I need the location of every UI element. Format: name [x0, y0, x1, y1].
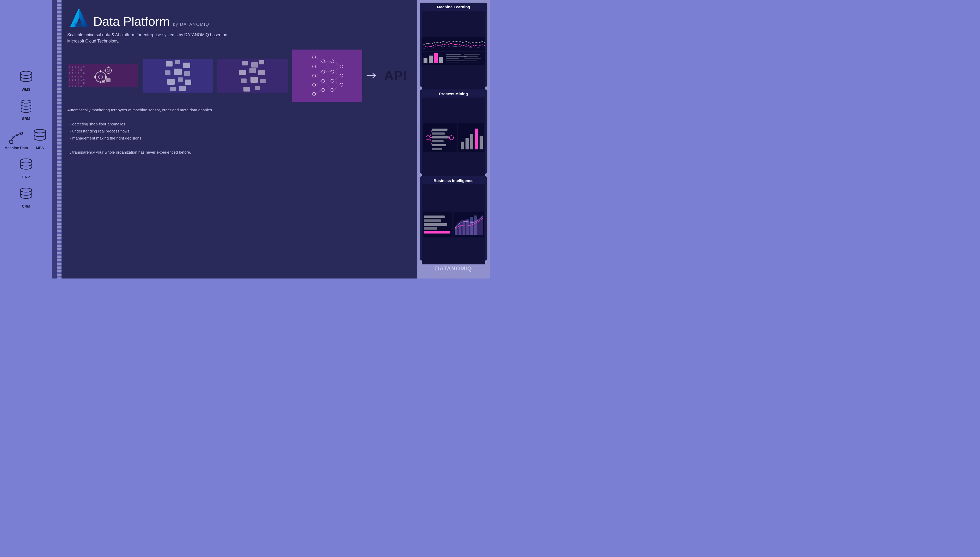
svg-rect-136	[464, 63, 479, 64]
svg-point-14	[24, 109, 25, 110]
svg-rect-126	[439, 57, 443, 64]
right-sidebar: Machine Learning	[417, 0, 490, 278]
svg-point-88	[312, 83, 315, 86]
svg-rect-75	[251, 62, 258, 68]
svg-rect-123	[424, 58, 427, 64]
svg-rect-142	[432, 137, 449, 138]
svg-rect-151	[465, 138, 469, 150]
svg-point-41	[28, 192, 29, 192]
panel-processing	[143, 59, 213, 93]
svg-line-107	[315, 76, 322, 81]
srm-label: SRM	[22, 117, 30, 121]
svg-point-87	[312, 74, 315, 77]
bottom-description: Automatically monitoring terabytes of ma…	[67, 106, 244, 156]
svg-rect-23	[20, 132, 23, 134]
svg-rect-73	[179, 86, 186, 91]
pm-chart	[422, 98, 485, 178]
svg-point-35	[24, 166, 24, 166]
svg-rect-130	[446, 60, 464, 61]
svg-point-36	[26, 166, 27, 166]
bi-chart	[422, 184, 485, 264]
datanomiq-brand: DATANOMIQ Independent Data Solutions	[419, 263, 488, 276]
sidebar-item-mes: MES	[32, 129, 48, 150]
svg-rect-141	[432, 132, 445, 135]
svg-rect-53	[105, 76, 107, 78]
svg-rect-66	[165, 70, 171, 75]
svg-rect-134	[464, 59, 481, 59]
neural-network-icon	[309, 50, 345, 102]
svg-point-10	[28, 103, 28, 104]
arrow-right-icon	[366, 70, 379, 81]
svg-point-27	[42, 133, 42, 134]
wms-label: WMS	[22, 87, 31, 91]
svg-rect-128	[446, 56, 466, 57]
svg-point-6	[28, 75, 29, 76]
process-panels-wrapper: 0 1 0 1 1 01 1 0 1 0 10 1 0 0 1 01 0 1 1…	[67, 50, 406, 102]
svg-rect-156	[424, 215, 445, 218]
svg-point-4	[24, 75, 24, 76]
main-title: Data Platform	[93, 15, 170, 29]
svg-rect-72	[170, 87, 176, 91]
logo-area: Data Platform by DATANOMIQ	[67, 8, 406, 29]
svg-point-24	[34, 129, 46, 133]
svg-point-49	[99, 75, 103, 79]
svg-line-104	[315, 81, 322, 85]
main-content: Data Platform by DATANOMIQ Scalable univ…	[52, 0, 417, 278]
svg-rect-65	[183, 63, 190, 68]
svg-point-90	[322, 60, 325, 63]
ml-line-chart	[422, 37, 485, 51]
card-machine-learning: Machine Learning	[419, 3, 488, 87]
svg-rect-80	[241, 78, 247, 83]
bi-card-title: Business Intelligence	[422, 178, 485, 183]
svg-point-55	[105, 67, 112, 73]
svg-rect-84	[255, 86, 260, 90]
svg-point-99	[340, 74, 343, 77]
bullet-1: - detecting shop floor anomalies	[70, 121, 244, 127]
svg-point-40	[26, 192, 27, 192]
sidebar-item-srm: SRM	[18, 99, 34, 121]
svg-line-117	[334, 72, 340, 76]
svg-rect-153	[475, 129, 478, 150]
sidebar-item-wms: WMS	[18, 70, 34, 91]
svg-rect-140	[432, 129, 447, 131]
svg-rect-51	[100, 81, 101, 83]
left-sidebar: WMS SRM	[0, 0, 52, 278]
svg-line-103	[315, 72, 322, 76]
brand-name: DATANOMIQ	[419, 265, 488, 272]
svg-point-89	[312, 92, 315, 95]
svg-rect-143	[432, 140, 444, 142]
blocks-icon-2	[237, 59, 268, 93]
svg-point-94	[331, 60, 334, 63]
svg-rect-132	[464, 54, 479, 55]
svg-rect-69	[167, 79, 175, 85]
database-icon-crm	[18, 187, 34, 203]
svg-line-106	[315, 67, 322, 72]
svg-point-43	[26, 195, 27, 195]
sidebar-item-erp: ERP	[18, 158, 34, 179]
svg-point-13	[28, 106, 28, 107]
svg-point-32	[24, 163, 24, 163]
svg-line-102	[315, 61, 322, 67]
closing-text: … transparency your whole organization h…	[67, 149, 244, 156]
svg-point-92	[322, 79, 325, 82]
svg-point-28	[37, 137, 38, 137]
svg-point-91	[322, 70, 325, 73]
svg-rect-70	[178, 77, 183, 81]
svg-rect-52	[94, 76, 96, 78]
svg-rect-77	[239, 70, 246, 75]
panel-data-ingestion: 0 1 0 1 1 01 1 0 1 0 10 1 0 0 1 01 0 1 1…	[68, 64, 138, 87]
svg-rect-57	[108, 67, 109, 68]
svg-point-34	[28, 163, 29, 163]
ml-chart	[422, 11, 485, 91]
svg-rect-157	[424, 219, 441, 222]
svg-rect-74	[242, 61, 248, 65]
svg-point-12	[26, 106, 27, 107]
svg-rect-62	[102, 80, 105, 83]
gears-icon	[91, 64, 115, 87]
svg-point-1	[24, 78, 24, 79]
svg-rect-83	[244, 87, 250, 91]
svg-rect-127	[446, 54, 462, 55]
svg-line-120	[334, 81, 340, 85]
panel-neural-network	[292, 50, 362, 102]
sidebar-item-machine-data: Machine Data	[5, 131, 28, 150]
